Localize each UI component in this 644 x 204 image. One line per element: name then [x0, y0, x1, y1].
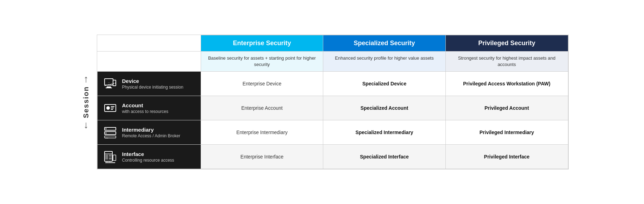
svg-rect-9 [111, 108, 114, 108]
interface-subtitle: Controlling resource access [122, 158, 174, 163]
account-subtitle: with access to resources [122, 109, 168, 114]
intermediary-title: Intermediary [122, 127, 180, 133]
device-privileged-cell: Privileged Access Workstation (PAW) [445, 72, 568, 96]
interface-icon: ←→ [102, 149, 118, 164]
main-table-wrapper: Enterprise Security Specialized Security… [97, 35, 569, 169]
header-specialized: Specialized Security [323, 35, 446, 51]
privileged-subtitle-text: Strongest security for highest impact as… [458, 55, 556, 67]
intermediary-icon: ←→ [102, 125, 118, 140]
header-privileged: Privileged Security [445, 35, 568, 51]
enterprise-header-label: Enterprise Security [233, 40, 291, 47]
row-header-account: Account with access to resources [97, 96, 201, 120]
session-label: Session [82, 86, 90, 118]
svg-text:→: → [107, 82, 110, 84]
svg-point-7 [106, 106, 110, 110]
account-title: Account [122, 102, 168, 108]
specialized-header-label: Specialized Security [354, 40, 415, 47]
subtitle-specialized: Enhanced security profile for higher val… [323, 51, 446, 71]
account-specialized-cell: Specialized Account [323, 96, 446, 120]
intermediary-specialized-cell: Specialized Intermediary [323, 120, 446, 145]
session-arrow-down-icon: ↓ [84, 120, 89, 130]
table-body: → Device Physical device initiating sess… [97, 72, 568, 169]
svg-rect-21 [109, 155, 112, 157]
interface-title: Interface [122, 151, 174, 157]
intermediary-enterprise-cell: Enterprise Intermediary [201, 120, 323, 145]
account-enterprise-cell: Enterprise Account [201, 96, 323, 120]
svg-rect-6 [105, 104, 116, 112]
account-privileged-cell: Privileged Account [445, 96, 568, 120]
subtitle-row: Baseline security for assets + starting … [97, 51, 568, 71]
privileged-header-label: Privileged Security [478, 40, 535, 47]
subtitle-privileged: Strongest security for highest impact as… [445, 51, 568, 71]
header-row: Enterprise Security Specialized Security… [97, 35, 568, 51]
enterprise-subtitle-text: Baseline security for assets + starting … [208, 55, 316, 67]
device-title: Device [122, 78, 183, 84]
device-icon: → [102, 76, 118, 91]
svg-rect-10 [111, 109, 113, 110]
header-empty-cell [97, 35, 201, 51]
row-header-device: → Device Physical device initiating sess… [97, 72, 201, 96]
interface-privileged-cell: Privileged Interface [445, 145, 568, 169]
row-intermediary: ←→ Intermediary Remote Access / Admin Br… [97, 120, 568, 145]
svg-rect-25 [113, 155, 116, 161]
row-device: → Device Physical device initiating sess… [97, 72, 568, 96]
specialized-subtitle-text: Enhanced security profile for higher val… [335, 55, 433, 61]
svg-rect-1 [107, 86, 111, 88]
svg-point-14 [105, 128, 106, 130]
intermediary-privileged-cell: Privileged Intermediary [445, 120, 568, 145]
subtitle-empty-cell [97, 51, 201, 71]
interface-specialized-cell: Specialized Interface [323, 145, 446, 169]
subtitle-enterprise: Baseline security for assets + starting … [201, 51, 323, 71]
session-label-column: ↑ Session ↓ [76, 35, 97, 169]
row-header-intermediary: ←→ Intermediary Remote Access / Admin Br… [97, 120, 201, 145]
intermediary-subtitle: Remote Access / Admin Broker [122, 133, 180, 138]
svg-text:←→: ←→ [106, 161, 111, 163]
header-enterprise: Enterprise Security [201, 35, 323, 51]
svg-rect-8 [111, 106, 114, 107]
device-specialized-cell: Specialized Device [323, 72, 446, 96]
svg-rect-20 [105, 155, 108, 160]
svg-point-15 [105, 133, 106, 134]
svg-rect-22 [109, 157, 112, 160]
row-account: Account with access to resources Enterpr… [97, 96, 568, 120]
device-enterprise-cell: Enterprise Device [201, 72, 323, 96]
svg-text:←→: ←→ [106, 137, 110, 139]
row-header-interface: ←→ Interface Controlling resource access [97, 145, 201, 169]
session-arrow-up-icon: ↑ [84, 74, 89, 84]
row-interface: ←→ Interface Controlling resource access… [97, 145, 568, 169]
device-subtitle: Physical device initiating session [122, 85, 183, 90]
svg-rect-2 [106, 88, 112, 88]
interface-enterprise-cell: Enterprise Interface [201, 145, 323, 169]
main-container: ↑ Session ↓ Enterprise Security Sp [76, 35, 569, 169]
account-icon [102, 100, 118, 116]
security-matrix-table: Enterprise Security Specialized Security… [97, 35, 568, 169]
